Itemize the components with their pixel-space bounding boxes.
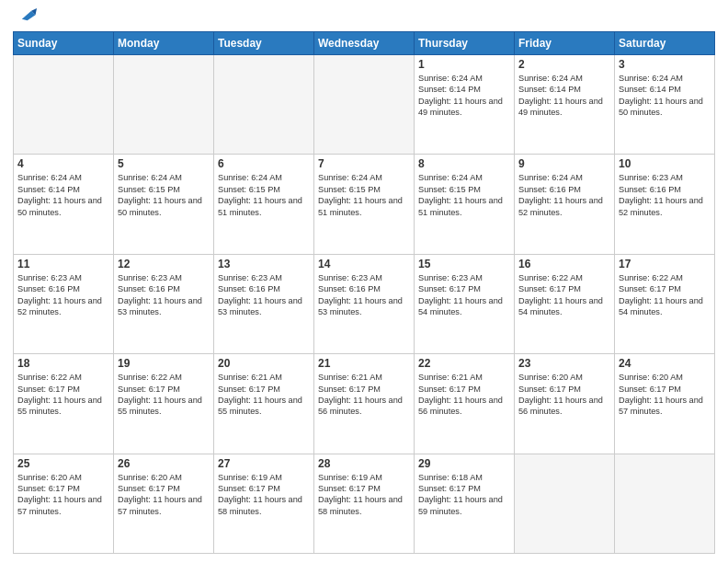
day-info: Sunrise: 6:24 AM Sunset: 6:15 PM Dayligh… bbox=[218, 172, 310, 218]
day-number: 6 bbox=[218, 157, 310, 170]
day-info: Sunrise: 6:24 AM Sunset: 6:15 PM Dayligh… bbox=[118, 172, 210, 218]
day-info: Sunrise: 6:23 AM Sunset: 6:16 PM Dayligh… bbox=[118, 272, 210, 318]
day-info: Sunrise: 6:24 AM Sunset: 6:14 PM Dayligh… bbox=[518, 73, 610, 119]
day-number: 11 bbox=[17, 258, 109, 270]
day-cell: 16Sunrise: 6:22 AM Sunset: 6:17 PM Dayli… bbox=[515, 254, 615, 353]
col-header-friday: Friday bbox=[515, 32, 615, 55]
day-cell: 20Sunrise: 6:21 AM Sunset: 6:17 PM Dayli… bbox=[214, 354, 314, 454]
day-cell: 10Sunrise: 6:23 AM Sunset: 6:16 PM Dayli… bbox=[615, 155, 715, 254]
day-number: 17 bbox=[619, 258, 711, 270]
day-number: 28 bbox=[318, 457, 410, 470]
day-number: 20 bbox=[218, 357, 310, 370]
col-header-wednesday: Wednesday bbox=[314, 32, 415, 55]
day-cell: 19Sunrise: 6:22 AM Sunset: 6:17 PM Dayli… bbox=[114, 354, 214, 454]
day-info: Sunrise: 6:23 AM Sunset: 6:17 PM Dayligh… bbox=[418, 272, 510, 318]
day-number: 3 bbox=[619, 58, 711, 71]
day-number: 9 bbox=[518, 157, 610, 170]
day-info: Sunrise: 6:24 AM Sunset: 6:14 PM Dayligh… bbox=[619, 73, 711, 119]
day-cell: 12Sunrise: 6:23 AM Sunset: 6:16 PM Dayli… bbox=[114, 254, 214, 353]
day-info: Sunrise: 6:24 AM Sunset: 6:14 PM Dayligh… bbox=[418, 73, 510, 119]
day-cell: 26Sunrise: 6:20 AM Sunset: 6:17 PM Dayli… bbox=[114, 454, 214, 553]
col-header-saturday: Saturday bbox=[615, 32, 715, 55]
day-number: 7 bbox=[318, 157, 410, 170]
day-number: 1 bbox=[418, 58, 510, 71]
day-cell: 29Sunrise: 6:18 AM Sunset: 6:17 PM Dayli… bbox=[415, 454, 515, 553]
day-info: Sunrise: 6:23 AM Sunset: 6:16 PM Dayligh… bbox=[17, 272, 109, 318]
day-number: 8 bbox=[418, 157, 510, 170]
day-info: Sunrise: 6:21 AM Sunset: 6:17 PM Dayligh… bbox=[318, 372, 410, 418]
day-info: Sunrise: 6:21 AM Sunset: 6:17 PM Dayligh… bbox=[218, 372, 310, 418]
day-number: 22 bbox=[418, 357, 510, 370]
day-cell: 11Sunrise: 6:23 AM Sunset: 6:16 PM Dayli… bbox=[14, 254, 114, 353]
day-info: Sunrise: 6:23 AM Sunset: 6:16 PM Dayligh… bbox=[218, 272, 310, 318]
day-cell bbox=[14, 55, 114, 155]
col-header-tuesday: Tuesday bbox=[214, 32, 314, 55]
day-cell: 28Sunrise: 6:19 AM Sunset: 6:17 PM Dayli… bbox=[314, 454, 415, 553]
day-number: 23 bbox=[518, 357, 610, 370]
day-number: 13 bbox=[218, 258, 310, 270]
day-cell bbox=[114, 55, 214, 155]
day-info: Sunrise: 6:24 AM Sunset: 6:15 PM Dayligh… bbox=[418, 172, 510, 218]
page: SundayMondayTuesdayWednesdayThursdayFrid… bbox=[0, 0, 728, 563]
day-cell: 21Sunrise: 6:21 AM Sunset: 6:17 PM Dayli… bbox=[314, 354, 415, 454]
day-info: Sunrise: 6:22 AM Sunset: 6:17 PM Dayligh… bbox=[118, 372, 210, 418]
day-info: Sunrise: 6:19 AM Sunset: 6:17 PM Dayligh… bbox=[318, 472, 410, 518]
day-cell: 24Sunrise: 6:20 AM Sunset: 6:17 PM Dayli… bbox=[615, 354, 715, 454]
day-cell: 23Sunrise: 6:20 AM Sunset: 6:17 PM Dayli… bbox=[515, 354, 615, 454]
day-cell: 4Sunrise: 6:24 AM Sunset: 6:14 PM Daylig… bbox=[14, 155, 114, 254]
header-row: SundayMondayTuesdayWednesdayThursdayFrid… bbox=[14, 32, 715, 55]
day-cell: 27Sunrise: 6:19 AM Sunset: 6:17 PM Dayli… bbox=[214, 454, 314, 553]
day-cell bbox=[214, 55, 314, 155]
day-number: 18 bbox=[17, 357, 109, 370]
day-info: Sunrise: 6:20 AM Sunset: 6:17 PM Dayligh… bbox=[17, 472, 109, 518]
week-row-1: 1Sunrise: 6:24 AM Sunset: 6:14 PM Daylig… bbox=[14, 55, 715, 155]
day-info: Sunrise: 6:24 AM Sunset: 6:16 PM Dayligh… bbox=[518, 172, 610, 218]
day-info: Sunrise: 6:23 AM Sunset: 6:16 PM Dayligh… bbox=[318, 272, 410, 318]
day-cell: 22Sunrise: 6:21 AM Sunset: 6:17 PM Dayli… bbox=[415, 354, 515, 454]
week-row-5: 25Sunrise: 6:20 AM Sunset: 6:17 PM Dayli… bbox=[14, 454, 715, 553]
day-info: Sunrise: 6:23 AM Sunset: 6:16 PM Dayligh… bbox=[619, 172, 711, 218]
day-info: Sunrise: 6:18 AM Sunset: 6:17 PM Dayligh… bbox=[418, 472, 510, 518]
day-info: Sunrise: 6:20 AM Sunset: 6:17 PM Dayligh… bbox=[118, 472, 210, 518]
logo bbox=[13, 13, 37, 26]
day-info: Sunrise: 6:20 AM Sunset: 6:17 PM Dayligh… bbox=[518, 372, 610, 418]
day-cell: 25Sunrise: 6:20 AM Sunset: 6:17 PM Dayli… bbox=[14, 454, 114, 553]
day-cell: 7Sunrise: 6:24 AM Sunset: 6:15 PM Daylig… bbox=[314, 155, 415, 254]
day-info: Sunrise: 6:24 AM Sunset: 6:15 PM Dayligh… bbox=[318, 172, 410, 218]
day-cell: 14Sunrise: 6:23 AM Sunset: 6:16 PM Dayli… bbox=[314, 254, 415, 353]
day-cell bbox=[314, 55, 415, 155]
day-cell: 9Sunrise: 6:24 AM Sunset: 6:16 PM Daylig… bbox=[515, 155, 615, 254]
day-number: 2 bbox=[518, 58, 610, 71]
day-info: Sunrise: 6:22 AM Sunset: 6:17 PM Dayligh… bbox=[619, 272, 711, 318]
day-number: 15 bbox=[418, 258, 510, 270]
day-cell bbox=[615, 454, 715, 553]
day-number: 25 bbox=[17, 457, 109, 470]
day-info: Sunrise: 6:19 AM Sunset: 6:17 PM Dayligh… bbox=[218, 472, 310, 518]
day-cell: 8Sunrise: 6:24 AM Sunset: 6:15 PM Daylig… bbox=[415, 155, 515, 254]
day-number: 21 bbox=[318, 357, 410, 370]
day-number: 24 bbox=[619, 357, 711, 370]
day-number: 27 bbox=[218, 457, 310, 470]
day-number: 19 bbox=[118, 357, 210, 370]
day-number: 4 bbox=[17, 157, 109, 170]
header bbox=[13, 9, 715, 26]
day-cell: 6Sunrise: 6:24 AM Sunset: 6:15 PM Daylig… bbox=[214, 155, 314, 254]
day-cell: 5Sunrise: 6:24 AM Sunset: 6:15 PM Daylig… bbox=[114, 155, 214, 254]
logo-bird-icon bbox=[17, 6, 37, 26]
day-cell: 15Sunrise: 6:23 AM Sunset: 6:17 PM Dayli… bbox=[415, 254, 515, 353]
day-info: Sunrise: 6:22 AM Sunset: 6:17 PM Dayligh… bbox=[17, 372, 109, 418]
week-row-3: 11Sunrise: 6:23 AM Sunset: 6:16 PM Dayli… bbox=[14, 254, 715, 353]
day-number: 16 bbox=[518, 258, 610, 270]
day-number: 26 bbox=[118, 457, 210, 470]
week-row-2: 4Sunrise: 6:24 AM Sunset: 6:14 PM Daylig… bbox=[14, 155, 715, 254]
col-header-thursday: Thursday bbox=[415, 32, 515, 55]
day-info: Sunrise: 6:24 AM Sunset: 6:14 PM Dayligh… bbox=[17, 172, 109, 218]
day-number: 10 bbox=[619, 157, 711, 170]
day-cell: 17Sunrise: 6:22 AM Sunset: 6:17 PM Dayli… bbox=[615, 254, 715, 353]
day-cell: 2Sunrise: 6:24 AM Sunset: 6:14 PM Daylig… bbox=[515, 55, 615, 155]
day-info: Sunrise: 6:22 AM Sunset: 6:17 PM Dayligh… bbox=[518, 272, 610, 318]
day-cell: 3Sunrise: 6:24 AM Sunset: 6:14 PM Daylig… bbox=[615, 55, 715, 155]
day-info: Sunrise: 6:20 AM Sunset: 6:17 PM Dayligh… bbox=[619, 372, 711, 418]
day-info: Sunrise: 6:21 AM Sunset: 6:17 PM Dayligh… bbox=[418, 372, 510, 418]
day-number: 14 bbox=[318, 258, 410, 270]
